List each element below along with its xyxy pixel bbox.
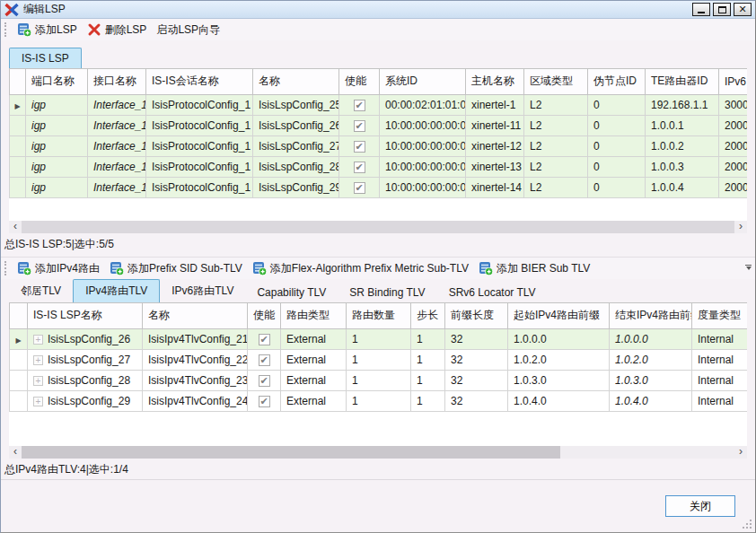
col-enabled[interactable]: 使能 bbox=[339, 69, 380, 94]
chevron-down-icon bbox=[746, 266, 752, 270]
minimize-icon bbox=[698, 12, 705, 13]
lsp-table-hscrollbar[interactable]: ‹ › bbox=[9, 221, 747, 233]
expand-icon[interactable]: + bbox=[33, 376, 43, 386]
col-tlv-enabled[interactable]: 使能 bbox=[248, 303, 281, 328]
window-title: 编辑LSP bbox=[23, 2, 66, 17]
col-lsp-name[interactable]: IS-IS LSP名称 bbox=[28, 303, 143, 328]
delete-lsp-button[interactable]: 删除LSP bbox=[84, 21, 154, 39]
col-system-id[interactable]: 系统ID bbox=[380, 69, 466, 94]
expand-icon[interactable]: + bbox=[33, 397, 43, 406]
enabled-checkbox[interactable]: ✔ bbox=[354, 162, 365, 173]
col-route-type[interactable]: 路由类型 bbox=[281, 303, 347, 328]
tab-ipv4-route-tlv[interactable]: IPv4路由TLV bbox=[73, 279, 160, 302]
add-icon bbox=[479, 261, 493, 275]
col-session[interactable]: IS-IS会话名称 bbox=[146, 69, 253, 94]
lsp-tabstrip: IS-IS LSP bbox=[1, 48, 755, 68]
delete-lsp-label: 删除LSP bbox=[105, 22, 147, 38]
minimize-button[interactable] bbox=[692, 3, 710, 16]
tab-neighbor-tlv[interactable]: 邻居TLV bbox=[9, 280, 73, 302]
toolbar-overflow-button[interactable] bbox=[744, 265, 752, 270]
add-lsp-button[interactable]: 添加LSP bbox=[13, 21, 84, 39]
tab-srv6-locator-tlv[interactable]: SRv6 Locator TLV bbox=[437, 283, 548, 302]
close-button[interactable]: 关闭 bbox=[665, 495, 735, 517]
enabled-checkbox[interactable]: ✔ bbox=[259, 375, 270, 387]
lsp-toolbar: 添加LSP 删除LSP 启动LSP向导 bbox=[1, 19, 755, 40]
enabled-checkbox[interactable]: ✔ bbox=[354, 100, 365, 111]
table-row[interactable]: +IsisLspConfig_27 IsisIpv4TlvConfig_22 ✔… bbox=[10, 349, 748, 370]
add-icon bbox=[17, 261, 31, 275]
current-row-icon: ▶ bbox=[14, 102, 20, 110]
add-bier-sub-tlv-label: 添加 BIER Sub TLV bbox=[497, 261, 590, 276]
add-lsp-label: 添加LSP bbox=[35, 22, 77, 38]
scroll-right-icon[interactable]: › bbox=[734, 446, 747, 459]
resize-grip[interactable] bbox=[743, 520, 752, 529]
titlebar: 编辑LSP ✕ bbox=[1, 1, 755, 19]
delete-icon bbox=[87, 22, 101, 37]
col-tlv-name[interactable]: 名称 bbox=[143, 303, 248, 328]
tab-ipv6-route-tlv[interactable]: IPv6路由TLV bbox=[160, 280, 245, 302]
footer: 关闭 bbox=[1, 479, 755, 532]
table-row[interactable]: igp Interface_1 IsisProtocolConfig_1 Isi… bbox=[10, 135, 748, 156]
col-prefix-length[interactable]: 前缀长度 bbox=[445, 303, 508, 328]
maximize-button[interactable] bbox=[713, 3, 731, 16]
lsp-table: 端口名称 接口名称 IS-IS会话名称 名称 使能 系统ID 主机名称 区域类型… bbox=[9, 68, 747, 221]
tab-sr-binding-tlv[interactable]: SR Binding TLV bbox=[338, 283, 436, 302]
col-end-prefix[interactable]: 结束IPv4路由前缀 bbox=[610, 303, 692, 328]
add-prefix-sid-button[interactable]: 添加Prefix SID Sub-TLV bbox=[106, 259, 249, 278]
col-area-type[interactable]: 区域类型 bbox=[524, 69, 588, 94]
expand-icon[interactable]: + bbox=[33, 335, 43, 345]
scroll-left-icon[interactable]: ‹ bbox=[9, 446, 22, 459]
scroll-right-icon[interactable]: › bbox=[734, 221, 747, 233]
add-bier-sub-tlv-button[interactable]: 添加 BIER Sub TLV bbox=[475, 259, 596, 278]
tlv-table-hscrollbar[interactable]: ‹ › bbox=[9, 446, 747, 459]
enabled-checkbox[interactable]: ✔ bbox=[259, 354, 270, 366]
lsp-status-bar: 总IS-IS LSP:5|选中:5/5 bbox=[1, 233, 755, 254]
tab-capability-tlv[interactable]: Capability TLV bbox=[245, 283, 338, 302]
maximize-icon bbox=[718, 6, 726, 13]
scrollbar-thumb[interactable] bbox=[22, 446, 560, 459]
table-row[interactable]: igp Interface_1 IsisProtocolConfig_1 Isi… bbox=[10, 177, 748, 197]
col-interface[interactable]: 接口名称 bbox=[88, 69, 146, 94]
tlv-toolbar: 添加IPv4路由 添加Prefix SID Sub-TLV 添加Flex-Alg… bbox=[1, 258, 755, 279]
add-icon bbox=[252, 261, 267, 275]
add-prefix-sid-label: 添加Prefix SID Sub-TLV bbox=[127, 261, 242, 276]
enabled-checkbox[interactable]: ✔ bbox=[354, 182, 365, 194]
enabled-checkbox[interactable]: ✔ bbox=[354, 120, 365, 132]
enabled-checkbox[interactable]: ✔ bbox=[259, 334, 270, 345]
add-ipv4-route-button[interactable]: 添加IPv4路由 bbox=[13, 259, 106, 278]
col-ipv6-te[interactable]: IPv6 T bbox=[719, 69, 748, 94]
table-row[interactable]: igp Interface_1 IsisProtocolConfig_1 Isi… bbox=[10, 156, 748, 177]
close-icon: ✕ bbox=[738, 4, 746, 14]
enabled-checkbox[interactable]: ✔ bbox=[354, 141, 365, 153]
add-ipv4-route-label: 添加IPv4路由 bbox=[35, 261, 100, 276]
col-name[interactable]: 名称 bbox=[253, 69, 339, 94]
overflow-bar-icon bbox=[745, 265, 752, 266]
col-te-router-id[interactable]: TE路由器ID bbox=[646, 69, 719, 94]
col-start-prefix[interactable]: 起始IPv4路由前缀 bbox=[508, 303, 610, 328]
col-step[interactable]: 步长 bbox=[411, 303, 445, 328]
add-flex-algorithm-button[interactable]: 添加Flex-Algorithm Prefix Metric Sub-TLV bbox=[249, 259, 475, 278]
tab-isis-lsp[interactable]: IS-IS LSP bbox=[9, 48, 82, 68]
table-row[interactable]: igp Interface_1 IsisProtocolConfig_1 Isi… bbox=[10, 115, 748, 135]
app-logo-icon bbox=[4, 3, 19, 17]
table-row[interactable]: +IsisLspConfig_29 IsisIpv4TlvConfig_24 ✔… bbox=[10, 390, 748, 411]
col-metric-type[interactable]: 度量类型 bbox=[692, 303, 748, 328]
scroll-left-icon[interactable]: ‹ bbox=[9, 221, 22, 233]
col-port[interactable]: 端口名称 bbox=[26, 69, 88, 94]
col-hostname[interactable]: 主机名称 bbox=[466, 69, 524, 94]
col-route-count[interactable]: 路由数量 bbox=[347, 303, 411, 328]
current-row-icon: ▶ bbox=[15, 336, 21, 345]
add-flex-algorithm-label: 添加Flex-Algorithm Prefix Metric Sub-TLV bbox=[270, 261, 469, 276]
tlv-status-bar: 总IPv4路由TLV:4|选中:1/4 bbox=[1, 459, 755, 479]
close-window-button[interactable]: ✕ bbox=[734, 3, 752, 16]
enabled-checkbox[interactable]: ✔ bbox=[259, 396, 270, 407]
expand-icon[interactable]: + bbox=[33, 355, 43, 365]
scrollbar-thumb[interactable] bbox=[22, 221, 734, 233]
table-row[interactable]: ▶ igp Interface_1 IsisProtocolConfig_1 I… bbox=[10, 94, 748, 115]
col-pseudo-node[interactable]: 伪节点ID bbox=[588, 69, 646, 94]
table-row[interactable]: +IsisLspConfig_28 IsisIpv4TlvConfig_23 ✔… bbox=[10, 370, 748, 390]
table-row[interactable]: ▶ +IsisLspConfig_26 IsisIpv4TlvConfig_21… bbox=[10, 328, 748, 349]
lsp-wizard-button[interactable]: 启动LSP向导 bbox=[153, 21, 226, 39]
lsp-table-header: 端口名称 接口名称 IS-IS会话名称 名称 使能 系统ID 主机名称 区域类型… bbox=[10, 69, 748, 94]
tlv-tabstrip: 邻居TLV IPv4路由TLV IPv6路由TLV Capability TLV… bbox=[1, 282, 755, 302]
